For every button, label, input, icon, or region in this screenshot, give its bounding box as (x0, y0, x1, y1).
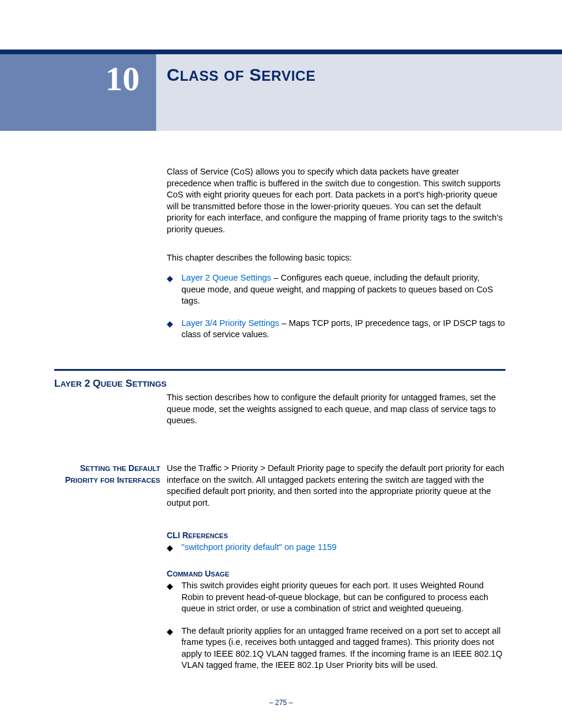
page-number-footer: – 275 – (0, 699, 562, 707)
diamond-bullet-icon: ◆ (167, 273, 173, 307)
topics-intro: This chapter describes the following bas… (167, 252, 505, 264)
topic-item: ◆ Layer 2 Queue Settings – Configures ea… (167, 272, 505, 307)
command-usage-heading: COMMAND USAGE (167, 569, 229, 578)
command-usage-list: ◆ This switch provides eight priority qu… (167, 580, 505, 682)
subsection-paragraph: Use the Traffic > Priority > Default Pri… (167, 463, 505, 509)
cli-references-list: ◆ "switchport priority default" on page … (167, 542, 505, 554)
diamond-bullet-icon: ◆ (167, 626, 173, 671)
topic-text: Layer 3/4 Priority Settings – Maps TCP p… (181, 318, 505, 341)
intro-paragraph: Class of Service (CoS) allows you to spe… (167, 166, 505, 235)
topic-link[interactable]: Layer 2 Queue Settings (181, 273, 271, 282)
command-item: ◆ The default priority applies for an un… (167, 625, 505, 671)
diamond-bullet-icon: ◆ (167, 318, 173, 341)
chapter-title: CLASS OF SERVICE (167, 65, 316, 85)
command-item: ◆ This switch provides eight priority qu… (167, 580, 505, 615)
section-heading-layer2: LAYER 2 QUEUE SETTINGS (54, 378, 167, 390)
cli-references-heading: CLI REFERENCES (167, 531, 228, 540)
cli-link[interactable]: "switchport priority default" on page 11… (181, 542, 336, 554)
command-text: The default priority applies for an unta… (181, 625, 505, 671)
command-text: This switch provides eight priority queu… (181, 580, 505, 615)
topic-item: ◆ Layer 3/4 Priority Settings – Maps TCP… (167, 318, 505, 341)
chapter-number-block: 10 (0, 54, 156, 131)
cli-item: ◆ "switchport priority default" on page … (167, 542, 505, 554)
top-color-bar (0, 50, 562, 54)
diamond-bullet-icon: ◆ (167, 542, 173, 554)
topic-text: Layer 2 Queue Settings – Configures each… (181, 272, 505, 307)
subsection-sidebar-heading: SETTING THE DEFAULT PRIORITY FOR INTERFA… (54, 463, 160, 486)
diamond-bullet-icon: ◆ (167, 581, 173, 615)
section-paragraph: This section describes how to configure … (167, 392, 505, 427)
topic-link[interactable]: Layer 3/4 Priority Settings (181, 318, 279, 328)
section-divider (54, 369, 505, 371)
topics-list: ◆ Layer 2 Queue Settings – Configures ea… (167, 272, 505, 351)
